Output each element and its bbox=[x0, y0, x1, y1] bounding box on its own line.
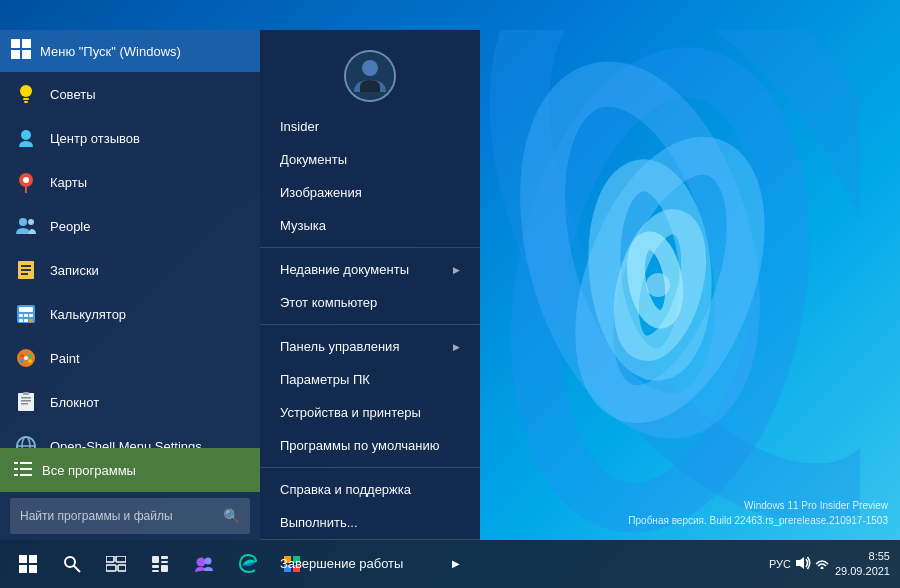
svg-point-17 bbox=[23, 177, 29, 183]
menu-item-maps[interactable]: Карты bbox=[0, 160, 260, 204]
submenu-panel: Insider Документы Изображения Музыка Нед… bbox=[260, 30, 480, 540]
paint-icon bbox=[14, 346, 38, 370]
svg-rect-56 bbox=[19, 565, 27, 573]
submenu-item-documents[interactable]: Документы bbox=[260, 143, 480, 176]
submenu-separator-3 bbox=[260, 467, 480, 468]
submenu-item-music[interactable]: Музыка bbox=[260, 209, 480, 242]
svg-point-18 bbox=[19, 218, 27, 226]
system-info: Windows 11 Pro Insider Preview Пробная в… bbox=[628, 498, 888, 528]
taskbar-search-button[interactable] bbox=[52, 544, 92, 584]
menu-item-feedback[interactable]: Центр отзывов bbox=[0, 116, 260, 160]
shutdown-arrow-icon: ▶ bbox=[452, 558, 460, 569]
svg-rect-61 bbox=[116, 556, 126, 562]
svg-rect-67 bbox=[152, 565, 159, 568]
system-tray: РУС bbox=[769, 556, 829, 572]
svg-rect-50 bbox=[14, 474, 18, 476]
shutdown-area: Завершение работы ▶ bbox=[260, 539, 480, 587]
submenu-item-insider[interactable]: Insider bbox=[260, 110, 480, 143]
svg-rect-31 bbox=[29, 319, 33, 322]
svg-rect-55 bbox=[29, 555, 37, 563]
user-avatar[interactable] bbox=[344, 50, 396, 102]
svg-point-35 bbox=[20, 359, 24, 363]
svg-rect-39 bbox=[21, 397, 31, 399]
feedback-icon bbox=[14, 126, 38, 150]
people-icon bbox=[14, 214, 38, 238]
svg-rect-57 bbox=[29, 565, 37, 573]
menu-item-tips[interactable]: Советы bbox=[0, 72, 260, 116]
submenu-item-help[interactable]: Справка и поддержка bbox=[260, 473, 480, 506]
notepad-icon bbox=[14, 390, 38, 414]
submenu-separator-1 bbox=[260, 247, 480, 248]
start-menu-windows-icon bbox=[10, 38, 32, 64]
svg-rect-54 bbox=[19, 555, 27, 563]
menu-item-calc[interactable]: Калькулятор bbox=[0, 292, 260, 336]
svg-point-77 bbox=[820, 567, 823, 570]
all-programs-button[interactable]: Все программы bbox=[0, 448, 260, 492]
notes-icon bbox=[14, 258, 38, 282]
svg-rect-38 bbox=[18, 393, 34, 411]
submenu-item-control-panel[interactable]: Панель управления bbox=[260, 330, 480, 363]
svg-rect-30 bbox=[24, 319, 28, 322]
taskbar-widgets-button[interactable] bbox=[140, 544, 180, 584]
tray-language[interactable]: РУС bbox=[769, 558, 791, 570]
submenu-item-settings[interactable]: Параметры ПК bbox=[260, 363, 480, 396]
svg-rect-47 bbox=[20, 462, 32, 464]
svg-rect-48 bbox=[14, 468, 18, 470]
menu-item-notes[interactable]: Записки bbox=[0, 248, 260, 292]
start-menu: Меню "Пуск" (Windows) Советы bbox=[0, 30, 260, 540]
svg-line-59 bbox=[74, 566, 80, 572]
calc-icon bbox=[14, 302, 38, 326]
svg-rect-49 bbox=[20, 468, 32, 470]
menu-item-notepad[interactable]: Блокнот bbox=[0, 380, 260, 424]
svg-rect-27 bbox=[24, 314, 28, 317]
submenu-item-devices[interactable]: Устройства и принтеры bbox=[260, 396, 480, 429]
openshell-icon bbox=[14, 434, 38, 448]
taskbar-taskview-button[interactable] bbox=[96, 544, 136, 584]
svg-point-36 bbox=[28, 359, 32, 363]
svg-point-15 bbox=[21, 130, 31, 140]
svg-rect-28 bbox=[29, 314, 33, 317]
menu-item-paint[interactable]: Paint bbox=[0, 336, 260, 380]
svg-rect-69 bbox=[161, 565, 168, 572]
svg-point-53 bbox=[362, 60, 378, 76]
clock[interactable]: 8:55 29.09.2021 bbox=[835, 549, 890, 580]
svg-point-33 bbox=[20, 354, 24, 358]
svg-rect-9 bbox=[22, 39, 31, 48]
shutdown-button[interactable]: Завершение работы ▶ bbox=[274, 548, 466, 579]
taskbar-right: РУС 8:55 29. bbox=[769, 549, 900, 580]
tray-volume-icon[interactable] bbox=[795, 556, 811, 572]
menu-item-people[interactable]: People bbox=[0, 204, 260, 248]
svg-point-71 bbox=[205, 558, 212, 565]
svg-rect-51 bbox=[20, 474, 32, 476]
svg-point-19 bbox=[28, 219, 34, 225]
svg-point-37 bbox=[24, 356, 28, 360]
menu-items-list: Советы Центр отзывов bbox=[0, 72, 260, 448]
svg-rect-68 bbox=[152, 570, 159, 572]
search-icon: 🔍 bbox=[223, 508, 240, 524]
submenu-item-recent[interactable]: Недавние документы bbox=[260, 253, 480, 286]
submenu-item-computer[interactable]: Этот компьютер bbox=[260, 286, 480, 319]
svg-rect-60 bbox=[106, 556, 114, 562]
start-menu-title: Меню "Пуск" (Windows) bbox=[40, 44, 181, 59]
svg-rect-46 bbox=[14, 462, 18, 464]
submenu-item-run[interactable]: Выполнить... bbox=[260, 506, 480, 539]
svg-rect-42 bbox=[23, 392, 29, 395]
menu-item-openshell[interactable]: Open-Shell Menu Settings bbox=[0, 424, 260, 448]
svg-rect-40 bbox=[21, 400, 31, 402]
user-avatar-area bbox=[260, 38, 480, 110]
svg-rect-66 bbox=[161, 561, 168, 563]
submenu-separator-2 bbox=[260, 324, 480, 325]
svg-rect-22 bbox=[21, 269, 31, 271]
svg-rect-62 bbox=[106, 565, 116, 571]
svg-rect-65 bbox=[161, 556, 168, 559]
tray-network-icon[interactable] bbox=[815, 557, 829, 571]
submenu-item-images[interactable]: Изображения bbox=[260, 176, 480, 209]
search-input[interactable]: Найти программы и файлы bbox=[20, 509, 223, 523]
taskbar-start-button[interactable] bbox=[8, 544, 48, 584]
submenu-item-defaults[interactable]: Программы по умолчанию bbox=[260, 429, 480, 462]
taskbar-chat-button[interactable] bbox=[184, 544, 224, 584]
svg-rect-25 bbox=[19, 307, 33, 312]
svg-point-34 bbox=[28, 354, 32, 358]
search-bar[interactable]: Найти программы и файлы 🔍 bbox=[10, 498, 250, 534]
svg-rect-23 bbox=[21, 273, 28, 275]
